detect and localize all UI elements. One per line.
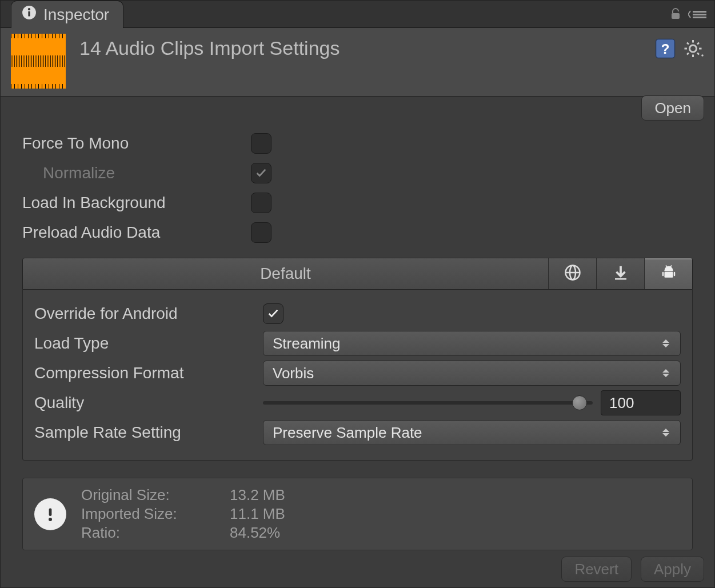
row-force-to-mono: Force To Mono: [22, 129, 693, 158]
svg-rect-3: [672, 13, 680, 19]
quality-slider[interactable]: [263, 401, 593, 405]
sample-rate-dropdown[interactable]: Preserve Sample Rate: [263, 420, 681, 445]
platform-tab-default[interactable]: Default: [23, 258, 548, 289]
svg-point-18: [701, 54, 704, 57]
svg-rect-6: [693, 17, 706, 18]
svg-rect-23: [664, 272, 673, 278]
svg-line-27: [670, 266, 672, 267]
normalize-label: Normalize: [22, 164, 251, 182]
svg-line-15: [697, 53, 699, 55]
row-preload-audio: Preload Audio Data: [22, 218, 693, 247]
force-to-mono-label: Force To Mono: [22, 134, 251, 153]
caret-icon: [661, 426, 671, 439]
row-compression: Compression Format Vorbis: [34, 358, 681, 388]
svg-rect-5: [693, 14, 706, 15]
platform-tabs: Default: [22, 258, 693, 290]
force-to-mono-checkbox[interactable]: [251, 133, 271, 154]
help-icon[interactable]: ?: [655, 38, 676, 61]
page-title: 14 Audio Clips Import Settings: [79, 34, 655, 59]
original-size-label: Original Size:: [81, 486, 230, 504]
svg-point-2: [28, 8, 30, 10]
preload-audio-label: Preload Audio Data: [22, 223, 251, 242]
sample-rate-value: Preserve Sample Rate: [273, 424, 422, 442]
imported-size-label: Imported Size:: [81, 505, 230, 523]
asset-thumbnail: [11, 34, 66, 89]
svg-rect-25: [673, 272, 675, 277]
svg-line-17: [697, 43, 699, 45]
footer: Revert Apply: [561, 557, 704, 582]
warning-icon: [34, 498, 66, 530]
compression-dropdown[interactable]: Vorbis: [263, 361, 681, 386]
load-type-label: Load Type: [34, 334, 263, 353]
ratio-label: Ratio:: [81, 524, 230, 542]
apply-button[interactable]: Apply: [641, 557, 704, 582]
svg-point-9: [690, 45, 697, 52]
platform-tab-standalone[interactable]: [596, 258, 644, 289]
svg-line-16: [687, 53, 689, 55]
tab-inspector[interactable]: Inspector: [11, 1, 123, 28]
tab-label: Inspector: [43, 6, 109, 24]
load-type-value: Streaming: [273, 335, 341, 353]
load-type-dropdown[interactable]: Streaming: [263, 331, 681, 356]
tabbar: Inspector: [1, 1, 714, 28]
row-load-in-background: Load In Background: [22, 188, 693, 218]
android-icon: [660, 264, 677, 283]
original-size-value: 13.2 MB: [230, 486, 344, 504]
quality-input[interactable]: 100: [601, 390, 681, 415]
imported-size-value: 11.1 MB: [230, 505, 344, 523]
row-load-type: Load Type Streaming: [34, 329, 681, 358]
info-icon: [22, 5, 37, 24]
open-button[interactable]: Open: [641, 95, 704, 121]
svg-line-26: [666, 266, 667, 267]
compression-value: Vorbis: [273, 365, 314, 382]
row-quality: Quality 100: [34, 388, 681, 418]
row-normalize: Normalize: [22, 158, 693, 188]
svg-line-14: [687, 43, 689, 45]
load-in-background-checkbox[interactable]: [251, 193, 271, 213]
ratio-value: 84.52%: [230, 524, 344, 542]
svg-rect-24: [662, 272, 664, 277]
caret-icon: [661, 366, 671, 380]
header: 14 Audio Clips Import Settings ? Open: [1, 28, 714, 97]
row-override: Override for Android: [34, 299, 681, 329]
tab-menu-icon[interactable]: [688, 10, 706, 19]
svg-rect-4: [693, 11, 706, 13]
svg-text:?: ?: [661, 41, 670, 57]
platform-tab-android[interactable]: [644, 258, 692, 289]
platform-settings-panel: Override for Android Load Type Streaming…: [22, 290, 693, 461]
platform-tab-web[interactable]: [548, 258, 596, 289]
quality-slider-thumb[interactable]: [572, 395, 587, 410]
svg-rect-29: [49, 508, 52, 516]
preload-audio-checkbox[interactable]: [251, 222, 271, 243]
compression-label: Compression Format: [34, 364, 263, 382]
svg-point-30: [49, 518, 52, 521]
size-info-box: Original Size: 13.2 MB Imported Size: 11…: [22, 478, 693, 550]
globe-icon: [564, 264, 581, 283]
caret-icon: [661, 337, 671, 350]
override-label: Override for Android: [34, 305, 263, 323]
revert-button[interactable]: Revert: [561, 557, 632, 582]
download-icon: [612, 264, 629, 283]
normalize-checkbox: [251, 163, 271, 183]
quality-value: 100: [609, 394, 634, 412]
quality-label: Quality: [34, 394, 263, 412]
override-checkbox[interactable]: [263, 303, 283, 324]
svg-rect-22: [615, 278, 626, 280]
row-sample-rate: Sample Rate Setting Preserve Sample Rate: [34, 418, 681, 447]
sample-rate-label: Sample Rate Setting: [34, 423, 263, 442]
load-in-background-label: Load In Background: [22, 194, 251, 212]
svg-rect-1: [28, 11, 30, 17]
lock-icon[interactable]: [669, 7, 682, 21]
gear-icon[interactable]: [684, 38, 704, 61]
